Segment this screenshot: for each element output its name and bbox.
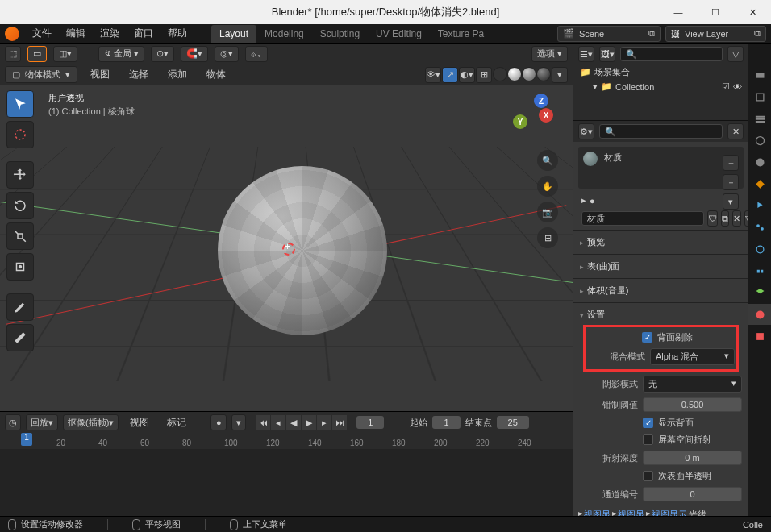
extra-icon[interactable]: ⟐▾	[245, 46, 268, 62]
outliner-display-icon[interactable]: 🖼▾	[599, 46, 615, 62]
show-backface-checkbox[interactable]: ✓	[643, 418, 653, 428]
shading-matprev-icon[interactable]	[522, 67, 536, 81]
camera-icon[interactable]: 📷	[537, 202, 558, 222]
menu-render[interactable]: 渲染	[94, 24, 126, 43]
pass-index-value[interactable]: 0	[643, 487, 742, 501]
options-dropdown[interactable]: 选项▾	[531, 46, 568, 62]
shading-wire-icon[interactable]	[493, 67, 507, 81]
scene-selector[interactable]: 🎬 ⧉	[557, 26, 661, 42]
ptab-viewlayer[interactable]	[748, 108, 771, 129]
clip-threshold-value[interactable]: 0.500	[643, 397, 742, 412]
shading-mode[interactable]	[493, 67, 551, 83]
next-key-icon[interactable]: ▸	[317, 415, 331, 430]
vp-menu-add[interactable]: 添加	[161, 65, 194, 84]
keying-set[interactable]: ▾	[231, 414, 246, 430]
properties-editor-icon[interactable]: ⚙▾	[578, 123, 594, 139]
blend-mode-dropdown[interactable]: Alpha 混合▾	[650, 348, 735, 365]
jump-start-icon[interactable]: ⏮	[256, 415, 270, 430]
exclude-icon[interactable]: ☑	[722, 81, 730, 92]
ptab-modifier[interactable]	[748, 195, 771, 216]
vp-menu-object[interactable]: 物体	[200, 65, 232, 84]
close-button[interactable]: ✕	[734, 0, 771, 24]
end-frame[interactable]: 25	[497, 416, 529, 429]
perspective-icon[interactable]: ⊞	[537, 227, 558, 248]
viewlayer-selector[interactable]: 🖼 ⧉	[665, 26, 766, 42]
backface-cull-checkbox[interactable]: ✓	[642, 332, 652, 343]
tool-scale[interactable]	[6, 222, 34, 250]
tool-cursor[interactable]	[6, 121, 34, 148]
tool-select[interactable]	[6, 90, 34, 118]
tab-modeling[interactable]: Modeling	[256, 25, 312, 43]
pan-icon[interactable]: ✋	[537, 176, 558, 197]
menu-window[interactable]: 窗口	[127, 24, 160, 43]
tab-uv[interactable]: UV Editing	[368, 25, 430, 43]
material-unlink-icon[interactable]: ✕	[732, 210, 741, 227]
jump-end-icon[interactable]: ⏭	[332, 415, 347, 430]
ssr-checkbox[interactable]	[643, 434, 653, 445]
tool-rotate[interactable]	[6, 192, 34, 219]
link-a[interactable]: 视图显	[584, 509, 611, 516]
ptab-render[interactable]	[748, 64, 771, 85]
viewlayer-browse-icon[interactable]: ⧉	[754, 28, 761, 39]
outliner-collection-row[interactable]: ▾ 📁 Collection ☑ 👁	[573, 80, 748, 94]
timeline-keying[interactable]: 抠像(插帧)▾	[63, 414, 119, 430]
properties-search[interactable]: 🔍	[599, 124, 723, 139]
material-copy-icon[interactable]: ⧉	[721, 210, 729, 227]
timeline-playback[interactable]: 回放▾	[26, 414, 58, 430]
ptab-texture[interactable]	[748, 326, 771, 347]
ptab-scene[interactable]	[748, 130, 771, 151]
tab-sculpting[interactable]: Sculpting	[312, 25, 368, 43]
link-c[interactable]: 视图显示	[652, 509, 687, 516]
tool-measure[interactable]	[6, 324, 34, 351]
fake-user-icon[interactable]: 🛡	[707, 210, 718, 227]
zoom-icon[interactable]: 🔍	[537, 150, 558, 171]
autokey-icon[interactable]: ●	[210, 414, 227, 430]
nav-gizmo[interactable]: Z X Y	[511, 94, 556, 139]
shading-render-icon[interactable]	[536, 67, 551, 81]
prev-key-icon[interactable]: ◂	[271, 415, 285, 430]
menu-help[interactable]: 帮助	[161, 24, 194, 43]
ptab-material[interactable]	[748, 304, 771, 325]
play-rev-icon[interactable]: ◀	[286, 415, 301, 430]
material-name-input[interactable]	[581, 211, 704, 226]
ptab-particle[interactable]	[748, 217, 771, 238]
snap-icon[interactable]: 🧲▾	[181, 46, 208, 62]
xray-icon[interactable]: ⊞	[476, 67, 492, 83]
remove-slot-button[interactable]: －	[723, 174, 739, 190]
play-icon[interactable]: ▶	[302, 415, 316, 430]
3d-viewport[interactable]: 用户透视 (1) Collection | 棱角球 Z X Y	[0, 85, 573, 411]
minimize-button[interactable]: —	[660, 0, 697, 24]
ptab-data[interactable]	[748, 282, 771, 303]
timeline-ruler[interactable]: 1 20 40 60 80 100 120 140 160 180 200 22…	[0, 433, 573, 449]
mode-dropdown[interactable]: ▢ 物体模式▾	[5, 66, 77, 83]
ptab-constraint[interactable]	[748, 260, 771, 281]
timeline-view[interactable]: 视图	[123, 414, 156, 432]
hide-icon[interactable]: 👁	[733, 82, 742, 92]
scene-name-input[interactable]	[579, 29, 644, 39]
link-d[interactable]: 光线	[689, 509, 706, 516]
pivot-icon[interactable]: ⊙▾	[151, 46, 174, 62]
subsurface-checkbox[interactable]	[643, 471, 653, 481]
vp-menu-select[interactable]: 选择	[123, 65, 155, 84]
panel-preview[interactable]: 预览	[580, 234, 742, 251]
outliner-search-input[interactable]	[640, 49, 717, 59]
gizmo-x[interactable]: X	[539, 108, 553, 123]
ptab-object[interactable]	[748, 173, 771, 194]
filter-icon[interactable]: ▽	[727, 46, 744, 62]
outliner-search[interactable]: 🔍	[620, 47, 723, 61]
gizmo-toggle-icon[interactable]: ↗	[442, 67, 458, 83]
ptab-physics[interactable]	[748, 239, 771, 260]
tool-annotate[interactable]	[6, 293, 34, 321]
blender-logo-icon[interactable]	[5, 27, 19, 41]
maximize-button[interactable]: ☐	[697, 0, 734, 24]
cursor-tool-icon[interactable]: ▭	[27, 46, 47, 62]
panel-surface[interactable]: 表(曲)面	[580, 258, 742, 275]
vp-menu-view[interactable]: 视图	[84, 65, 116, 84]
ptab-output[interactable]	[748, 86, 771, 107]
visibility-icon[interactable]: 👁▾	[425, 67, 441, 83]
chevron-right-icon[interactable]: ▸	[581, 195, 586, 206]
icosphere-object[interactable]	[218, 166, 387, 335]
viewlayer-name-input[interactable]	[685, 29, 749, 39]
editor-type-icon[interactable]: ⬚	[5, 46, 21, 62]
panel-volume[interactable]: 体积(音量)	[580, 282, 742, 299]
